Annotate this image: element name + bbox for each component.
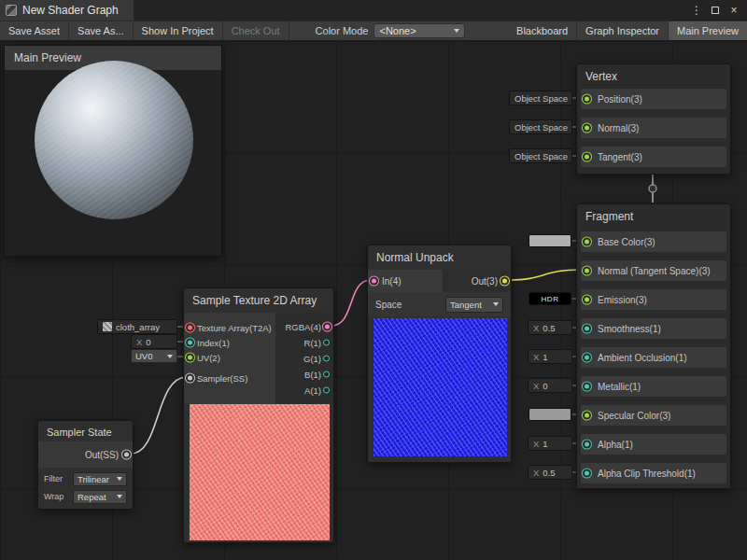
save-as-button[interactable]: Save As...: [69, 21, 133, 40]
window-tab[interactable]: New Shader Graph: [0, 0, 134, 21]
main-preview-button[interactable]: Main Preview: [669, 21, 747, 40]
ambient-occlusion-input-port[interactable]: [585, 356, 589, 360]
close-icon[interactable]: ×: [725, 1, 743, 20]
rgba-output-port[interactable]: [325, 325, 330, 329]
smoothness-field[interactable]: X0.5: [528, 320, 572, 335]
space-value: Object Space: [514, 93, 568, 104]
field-value: 1: [543, 352, 547, 362]
wrap-row: Wrap Repeat: [44, 489, 127, 504]
normal-tangent-input-port[interactable]: [585, 269, 589, 273]
graph-inspector-button[interactable]: Graph Inspector: [577, 21, 668, 40]
metallic-input-port[interactable]: [585, 385, 589, 389]
dropdown-value: Repeat: [78, 492, 106, 502]
sampler-state-node[interactable]: Sampler State Out(SS) Filter Trilinear W…: [37, 420, 134, 510]
emission-input-port[interactable]: [585, 298, 589, 302]
fragment-node-title: Fragment: [577, 204, 730, 229]
slot-label: A(1): [304, 385, 321, 396]
slot-label: In(4): [382, 276, 402, 287]
color-mode-dropdown[interactable]: <None>: [374, 23, 465, 38]
vertex-slot-tangent: Tangent(3): [581, 147, 726, 167]
space-value: Object Space: [514, 151, 568, 161]
rgba-output-row: RGBA(4): [274, 319, 333, 334]
slot-label: Index(1): [197, 338, 230, 348]
index-input-port[interactable]: [188, 341, 192, 345]
sample-node-preview: [190, 404, 330, 540]
slot-label: Position(3): [598, 94, 642, 105]
texture-array-input-port[interactable]: [188, 326, 192, 330]
blackboard-button[interactable]: Blackboard: [508, 21, 576, 40]
slot-label: Metallic(1): [598, 382, 641, 392]
r-output-port[interactable]: [323, 340, 330, 346]
sample-texture-2d-array-node[interactable]: Sample Texture 2D Array Texture Array(T2…: [183, 287, 334, 543]
smoothness-input-port[interactable]: [585, 327, 589, 331]
g-output-port[interactable]: [323, 356, 330, 362]
slot-label: Tangent(3): [598, 152, 642, 162]
texture-array-field[interactable]: cloth_array: [97, 319, 177, 334]
g-output-row: G(1): [274, 351, 333, 366]
fragment-slot-specular-color: Specular Color(3): [581, 405, 726, 426]
x-label: X: [533, 381, 539, 391]
sampler-input-port[interactable]: [188, 376, 192, 381]
filter-label: Filter: [44, 474, 63, 483]
texture-icon: [103, 322, 112, 331]
position-space-dropdown[interactable]: Object Space: [509, 91, 572, 105]
fragment-slot-base-color: Base Color(3): [581, 231, 726, 252]
show-in-project-button[interactable]: Show In Project: [134, 21, 222, 40]
dropdown-value: UV0: [135, 351, 152, 361]
uv-channel-dropdown[interactable]: UV0: [131, 349, 177, 363]
normal-unpack-node[interactable]: Normal Unpack In(4) Out(3) Space Tangent: [367, 245, 512, 463]
save-asset-button[interactable]: Save Asset: [0, 21, 68, 40]
tangent-input-port[interactable]: [585, 155, 589, 160]
main-preview-panel[interactable]: Main Preview: [4, 45, 222, 257]
r-output-row: R(1): [274, 335, 333, 350]
ambient-occlusion-field[interactable]: X1: [528, 349, 572, 364]
out-ss-output-port[interactable]: [124, 453, 129, 457]
alpha-input-port[interactable]: [585, 442, 589, 447]
uv-input-port[interactable]: [188, 356, 192, 360]
alpha-field[interactable]: X1: [528, 436, 572, 451]
specular-color-input-port[interactable]: [585, 413, 589, 418]
slot-label: UV(2): [197, 353, 220, 363]
vertex-node[interactable]: Vertex Position(3) Normal(3) Tangent(3): [576, 63, 731, 175]
slot-label: Texture Array(T2A): [197, 323, 272, 333]
fragment-slot-alpha-clip: Alpha Clip Threshold(1): [581, 463, 726, 483]
b-output-row: B(1): [274, 367, 333, 382]
slot-label: Base Color(3): [598, 237, 655, 247]
space-dropdown[interactable]: Tangent: [445, 297, 503, 313]
space-row: Space Tangent: [368, 292, 511, 316]
alpha-clip-input-port[interactable]: [585, 471, 589, 476]
uv-input-row: UV(2): [184, 350, 275, 365]
b-output-port[interactable]: [323, 371, 330, 378]
in-input-port[interactable]: [372, 279, 376, 284]
chevron-down-icon: [454, 29, 459, 33]
hdr-badge: HDR: [542, 295, 559, 303]
normal-space-dropdown[interactable]: Object Space: [509, 119, 572, 134]
tangent-space-dropdown[interactable]: Object Space: [509, 148, 572, 163]
window-menu-icon[interactable]: ⋮: [687, 1, 706, 20]
sample-node-title: Sample Texture 2D Array: [184, 288, 333, 313]
wrap-dropdown[interactable]: Repeat: [73, 490, 127, 504]
fragment-node[interactable]: Fragment Base Color(3) Normal (Tangent S…: [576, 203, 731, 489]
texture-array-input-row: Texture Array(T2A): [184, 320, 275, 335]
x-label: X: [533, 352, 539, 362]
slot-label: Ambient Occlusion(1): [598, 353, 687, 363]
emission-color-field[interactable]: HDR: [529, 292, 571, 305]
index-field[interactable]: X0: [131, 334, 177, 349]
position-input-port[interactable]: [585, 97, 589, 102]
alpha-clip-field[interactable]: X0.5: [528, 465, 572, 480]
color-mode-label: Color Mode: [289, 21, 374, 40]
specular-color-swatch[interactable]: [529, 408, 571, 421]
filter-dropdown[interactable]: Trilinear: [73, 472, 127, 486]
metallic-field[interactable]: X0: [528, 378, 572, 393]
chevron-down-icon: [167, 355, 173, 358]
base-color-swatch[interactable]: [529, 234, 571, 247]
slot-label: Specular Color(3): [598, 411, 670, 421]
maximize-icon[interactable]: [706, 1, 725, 20]
vertex-node-title: Vertex: [577, 64, 730, 89]
chevron-down-icon: [493, 302, 499, 306]
base-color-input-port[interactable]: [585, 240, 589, 245]
a-output-port[interactable]: [323, 387, 330, 394]
normal-input-port[interactable]: [585, 126, 589, 131]
out-ss-slot: Out(SS): [38, 441, 133, 468]
out-output-port[interactable]: [502, 279, 507, 284]
